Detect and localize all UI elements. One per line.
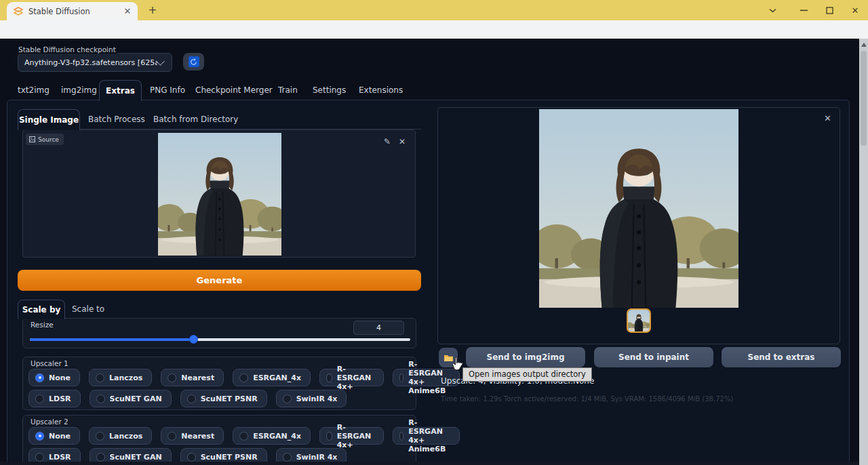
- upscaler2-block: Upscaler 2 None Lanczos Nearest ESRGAN_4…: [22, 415, 416, 465]
- upscaler2-option-resrgan-anime6b[interactable]: R-ESRGAN 4x+ Anime6B: [393, 427, 460, 445]
- upscaler1-label: Upscaler 1: [31, 359, 68, 367]
- radio-icon: [283, 395, 292, 403]
- upscaler1-option-scunet-psnr[interactable]: ScuNET PSNR: [180, 390, 267, 407]
- resize-block: Resize: [22, 318, 416, 348]
- radio-icon: [326, 432, 332, 441]
- source-image-dropzone[interactable]: Source ✎ ✕: [22, 129, 416, 258]
- source-label: Source: [38, 136, 59, 143]
- upscaler1-option-swinir4x[interactable]: SwinIR 4x: [276, 390, 347, 407]
- resize-number-input[interactable]: [353, 321, 404, 335]
- close-result-icon[interactable]: ✕: [824, 113, 831, 123]
- scroll-up-arrow-icon[interactable]: [861, 43, 867, 47]
- scale-by-tab[interactable]: Scale by: [18, 300, 65, 319]
- scrollbar-thumb[interactable]: [861, 51, 867, 146]
- folder-button-tooltip: Open images output directory: [462, 367, 592, 382]
- radio-icon: [96, 373, 104, 382]
- resize-slider-fill: [30, 338, 193, 341]
- radio-icon: [399, 432, 404, 441]
- radio-icon: [399, 373, 404, 382]
- tab-txt2img[interactable]: txt2img: [18, 81, 50, 100]
- checkpoint-value: Anything-V3-fp32.safetensors [625a2ba2]: [24, 58, 157, 67]
- upscaler2-option-resrgan4x[interactable]: R-ESRGAN 4x+: [319, 427, 384, 445]
- clear-image-icon[interactable]: ✕: [399, 138, 406, 146]
- upscaler1-option-lanczos[interactable]: Lanczos: [89, 369, 152, 386]
- radio-icon: [35, 453, 44, 462]
- radio-icon: [167, 373, 176, 382]
- upscaler1-block: Upscaler 1 None Lanczos Nearest ESRGAN_4…: [22, 357, 416, 410]
- radio-icon: [35, 395, 44, 403]
- radio-selected-icon: [35, 373, 44, 382]
- upscaler1-option-resrgan4x[interactable]: R-ESRGAN 4x+: [319, 369, 384, 386]
- source-tag: Source: [26, 134, 64, 145]
- tab-train[interactable]: Train: [278, 81, 298, 100]
- browser-toolbar: 127.0.0.1:7860 G: [0, 20, 868, 39]
- tab-settings[interactable]: Settings: [313, 81, 346, 100]
- radio-icon: [239, 373, 248, 382]
- result-thumbnail-image: [628, 310, 650, 331]
- radio-icon: [96, 453, 105, 462]
- window-menu-chevron-icon[interactable]: [761, 0, 784, 20]
- tab-png-info[interactable]: PNG Info: [150, 81, 185, 100]
- radio-icon: [96, 432, 104, 441]
- browser-tab-title: Stable Diffusion: [28, 7, 122, 16]
- refresh-checkpoints-button[interactable]: [183, 53, 204, 70]
- tab-img2img[interactable]: img2img: [61, 81, 97, 100]
- window-close-button[interactable]: ✕: [844, 0, 867, 20]
- tab-checkpoint-merger[interactable]: Checkpoint Merger: [195, 81, 273, 100]
- performance-line: Time taken: 1.29s Torch active/reserved:…: [441, 395, 733, 403]
- edit-pencil-icon[interactable]: ✎: [384, 138, 391, 146]
- send-to-extras-button[interactable]: Send to extras: [722, 347, 841, 367]
- resize-label: Resize: [31, 321, 54, 329]
- browser-tab-strip: Stable Diffusion ✕ + ✕: [0, 0, 868, 20]
- new-tab-button[interactable]: +: [146, 4, 159, 16]
- vertical-scrollbar[interactable]: [859, 39, 868, 465]
- radio-icon: [96, 395, 105, 403]
- upscaler1-option-scunet-gan[interactable]: ScuNET GAN: [90, 390, 172, 407]
- tab-close-icon[interactable]: ✕: [122, 6, 133, 17]
- result-image[interactable]: [539, 109, 738, 308]
- scale-to-tab[interactable]: Scale to: [72, 300, 104, 319]
- subtab-single-image[interactable]: Single Image: [18, 109, 80, 130]
- upscaler1-option-none[interactable]: None: [28, 369, 80, 386]
- upscaler2-label: Upscaler 2: [31, 418, 68, 426]
- result-thumbnail[interactable]: [627, 308, 651, 333]
- send-to-inpaint-button[interactable]: Send to inpaint: [594, 347, 713, 367]
- chevron-down-icon: [156, 57, 165, 66]
- generate-button[interactable]: Generate: [18, 270, 421, 291]
- radio-icon: [326, 373, 332, 382]
- gradio-favicon-icon: [14, 7, 23, 16]
- upscaler2-option-none[interactable]: None: [28, 427, 80, 445]
- radio-icon: [187, 453, 196, 462]
- browser-tab[interactable]: Stable Diffusion ✕: [7, 2, 138, 20]
- resize-slider-handle[interactable]: [189, 335, 198, 344]
- screen: Stable Diffusion ✕ + ✕ 127.0.: [0, 0, 868, 465]
- upscaler1-option-ldsr[interactable]: LDSR: [28, 390, 81, 407]
- radio-icon: [167, 432, 176, 441]
- upscaler1-option-nearest[interactable]: Nearest: [161, 369, 224, 386]
- subtab-batch-process[interactable]: Batch Process: [88, 109, 145, 129]
- window-minimize-button[interactable]: [792, 0, 815, 20]
- source-image[interactable]: [158, 133, 281, 256]
- radio-icon: [283, 453, 292, 462]
- checkpoint-label: Stable Diffusion checkpoint: [16, 45, 118, 54]
- mouse-cursor-hand: [452, 357, 464, 371]
- upscaler2-option-nearest[interactable]: Nearest: [161, 427, 224, 445]
- resize-slider[interactable]: [30, 338, 410, 341]
- radio-icon: [187, 395, 196, 403]
- tab-extensions[interactable]: Extensions: [359, 81, 403, 100]
- upscaler2-option-esrgan4x[interactable]: ESRGAN_4x: [233, 427, 311, 445]
- tab-extras[interactable]: Extras: [99, 80, 142, 101]
- upscaler1-option-esrgan4x[interactable]: ESRGAN_4x: [233, 369, 311, 386]
- upscaler2-option-lanczos[interactable]: Lanczos: [89, 427, 152, 445]
- window-maximize-button[interactable]: [818, 0, 841, 20]
- refresh-icon: [189, 56, 199, 67]
- send-to-img2img-button[interactable]: Send to img2img: [466, 347, 585, 367]
- radio-selected-icon: [35, 432, 44, 441]
- image-icon: [29, 136, 35, 142]
- checkpoint-dropdown[interactable]: Anything-V3-fp32.safetensors [625a2ba2]: [18, 53, 172, 72]
- subtab-batch-from-directory[interactable]: Batch from Directory: [153, 109, 238, 129]
- horizontal-scrollbar[interactable]: [0, 462, 859, 465]
- radio-icon: [239, 432, 248, 441]
